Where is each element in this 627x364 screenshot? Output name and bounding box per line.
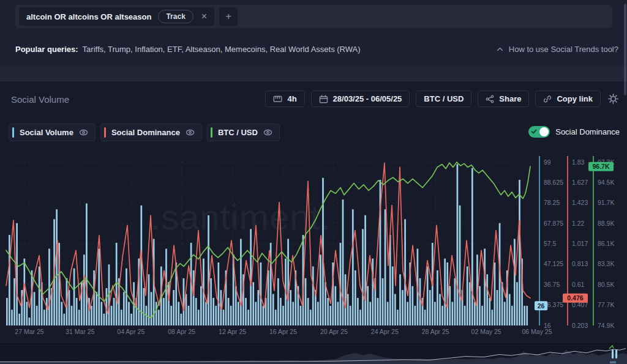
svg-text:91.7K: 91.7K bbox=[598, 199, 614, 206]
date-range-button[interactable]: 28/03/25 - 06/05/25 bbox=[311, 91, 410, 107]
svg-text:77.7K: 77.7K bbox=[598, 301, 614, 308]
calendar-icon bbox=[319, 95, 328, 103]
svg-text:27 Mar 25: 27 Mar 25 bbox=[15, 328, 43, 335]
svg-text:04 Apr 25: 04 Apr 25 bbox=[117, 328, 145, 335]
svg-text:83.3K: 83.3K bbox=[598, 260, 614, 267]
toggle-label: Social Dominance bbox=[555, 127, 620, 136]
date-range-label: 28/03/25 - 06/05/25 bbox=[333, 94, 402, 103]
svg-text:0.813: 0.813 bbox=[572, 260, 588, 267]
close-icon[interactable]: × bbox=[200, 12, 208, 21]
dominance-toggle-wrap: Social Dominance bbox=[528, 126, 620, 138]
svg-text:08 Apr 25: 08 Apr 25 bbox=[168, 328, 195, 335]
toggle-knob bbox=[539, 127, 549, 136]
svg-text:1.83: 1.83 bbox=[572, 158, 585, 166]
link-icon bbox=[543, 95, 552, 103]
page-title: Social Volume bbox=[11, 94, 69, 105]
eye-icon[interactable] bbox=[186, 129, 195, 136]
svg-text:0.476: 0.476 bbox=[567, 294, 583, 302]
query-chip: altcoin OR altcoins OR altseason Track × bbox=[19, 7, 214, 26]
copy-link-label: Copy link bbox=[557, 94, 593, 103]
svg-text:36.75: 36.75 bbox=[544, 281, 560, 288]
svg-text:78.25: 78.25 bbox=[544, 199, 560, 206]
svg-text:06 May 25: 06 May 25 bbox=[522, 328, 552, 335]
svg-text:20 Apr 25: 20 Apr 25 bbox=[320, 328, 348, 335]
svg-text:57.5: 57.5 bbox=[544, 240, 557, 247]
query-text: altcoin OR altcoins OR altseason bbox=[26, 12, 151, 21]
interval-button[interactable]: 4h bbox=[265, 91, 304, 107]
gear-icon bbox=[608, 94, 618, 104]
chart-legend: Social Volume Social Dominance BTC / USD bbox=[9, 124, 280, 141]
svg-text:12 Apr 25: 12 Apr 25 bbox=[219, 328, 246, 335]
svg-text:0.203: 0.203 bbox=[572, 322, 588, 329]
copy-link-button[interactable]: Copy link bbox=[535, 91, 601, 107]
track-button[interactable]: Track bbox=[158, 10, 193, 23]
svg-text:67.875: 67.875 bbox=[544, 220, 563, 227]
help-link-label: How to use Social Trends tool? bbox=[509, 45, 618, 54]
check-icon bbox=[531, 128, 537, 135]
top-section: altcoin OR altcoins OR altseason Track ×… bbox=[0, 0, 627, 65]
svg-text:1.22: 1.22 bbox=[572, 220, 585, 227]
legend-item-social-dominance[interactable]: Social Dominance bbox=[100, 124, 202, 141]
svg-text:74.9K: 74.9K bbox=[598, 322, 614, 329]
svg-text:96.7K: 96.7K bbox=[592, 163, 609, 170]
scrollbar-thumb[interactable] bbox=[624, 4, 626, 95]
series-color-bar bbox=[104, 127, 106, 138]
social-volume-chart[interactable]: 27 Mar 2531 Mar 2504 Apr 2508 Apr 2512 A… bbox=[0, 150, 627, 343]
series-color-bar bbox=[12, 127, 14, 138]
add-query-button[interactable]: + bbox=[219, 7, 238, 26]
svg-text:88.9K: 88.9K bbox=[598, 220, 614, 227]
legend-item-social-volume[interactable]: Social Volume bbox=[9, 124, 96, 141]
svg-text:26: 26 bbox=[538, 302, 545, 310]
svg-text:1.017: 1.017 bbox=[572, 240, 588, 247]
svg-text:28 Apr 25: 28 Apr 25 bbox=[422, 328, 449, 335]
legend-label: Social Dominance bbox=[111, 128, 180, 137]
share-icon bbox=[486, 95, 494, 103]
chevron-up-icon bbox=[497, 47, 503, 51]
svg-text:24 Apr 25: 24 Apr 25 bbox=[371, 328, 399, 335]
svg-text:88.625: 88.625 bbox=[544, 179, 563, 186]
svg-text:94.5K: 94.5K bbox=[598, 179, 614, 186]
svg-text:0.61: 0.61 bbox=[572, 281, 585, 288]
social-dominance-toggle[interactable] bbox=[528, 126, 550, 138]
chart-toolbar: 4h 28/03/25 - 06/05/25 BTC / USD Share C… bbox=[265, 91, 620, 107]
legend-label: Social Volume bbox=[20, 128, 73, 137]
eye-icon[interactable] bbox=[79, 129, 88, 136]
share-label: Share bbox=[499, 94, 521, 103]
svg-text:16: 16 bbox=[544, 322, 551, 329]
help-link[interactable]: How to use Social Trends tool? bbox=[497, 45, 618, 54]
svg-text:86.1K: 86.1K bbox=[598, 240, 614, 247]
svg-text:1.423: 1.423 bbox=[572, 199, 588, 206]
section-divider bbox=[0, 65, 627, 81]
social-volume-panel: Social Volume 4h 28/03/25 - 06/05/25 BTC… bbox=[0, 81, 627, 364]
pair-button[interactable]: BTC / USD bbox=[416, 91, 471, 107]
timeline-minimap[interactable] bbox=[0, 343, 627, 364]
series-color-bar bbox=[211, 127, 212, 138]
popular-queries-list[interactable]: Tariffs, Trump, Inflation, ETF, Altseaso… bbox=[83, 45, 361, 54]
query-bar[interactable]: altcoin OR altcoins OR altseason Track ×… bbox=[15, 5, 612, 28]
svg-text:1.627: 1.627 bbox=[572, 179, 588, 186]
svg-text:47.125: 47.125 bbox=[544, 260, 563, 267]
svg-text:16 Apr 25: 16 Apr 25 bbox=[269, 328, 297, 335]
legend-label: BTC / USD bbox=[218, 128, 258, 137]
svg-text:02 May 25: 02 May 25 bbox=[471, 328, 501, 335]
interval-icon bbox=[273, 95, 282, 103]
settings-button[interactable] bbox=[607, 92, 620, 105]
share-button[interactable]: Share bbox=[478, 91, 529, 107]
pair-label: BTC / USD bbox=[424, 94, 464, 103]
interval-label: 4h bbox=[287, 94, 296, 103]
svg-text:80.5K: 80.5K bbox=[598, 281, 614, 288]
svg-text:99: 99 bbox=[544, 158, 551, 166]
svg-text:31 Mar 25: 31 Mar 25 bbox=[66, 328, 94, 335]
popular-queries-label: Popular queries: bbox=[15, 45, 78, 54]
eye-icon[interactable] bbox=[263, 129, 272, 136]
social-trends-app: altcoin OR altcoins OR altseason Track ×… bbox=[0, 0, 627, 364]
legend-item-btc-usd[interactable]: BTC / USD bbox=[207, 124, 280, 141]
popular-queries-row: Popular queries: Tariffs, Trump, Inflati… bbox=[15, 45, 361, 54]
